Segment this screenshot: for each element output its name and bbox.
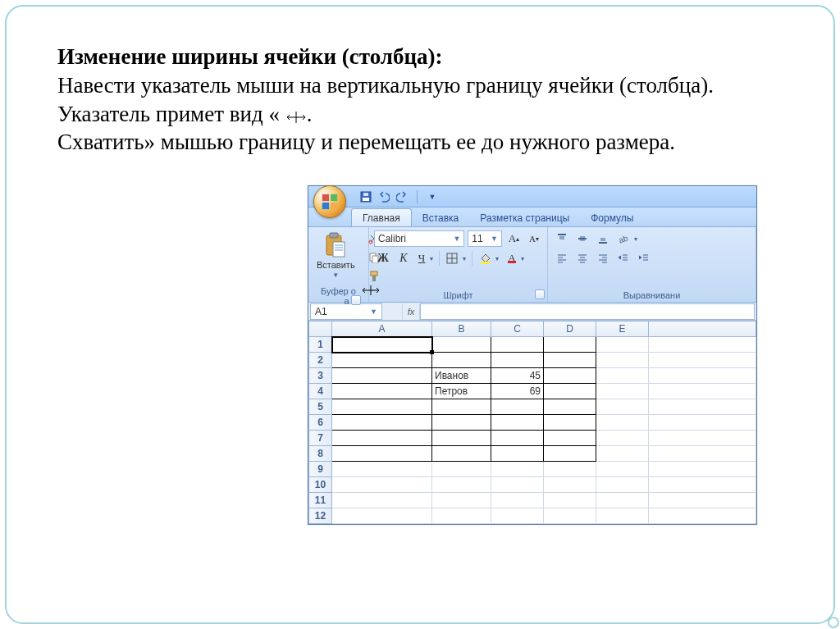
svg-rect-8 [363, 193, 368, 196]
tab-home[interactable]: Главная [351, 208, 412, 226]
row-header[interactable]: 12 [309, 508, 332, 524]
svg-rect-5 [331, 202, 337, 208]
cell[interactable] [544, 337, 596, 353]
cell[interactable] [332, 337, 432, 353]
row-header[interactable]: 6 [309, 415, 332, 431]
bucket-icon [479, 253, 491, 264]
align-top-icon [556, 233, 568, 244]
cell[interactable] [491, 337, 544, 353]
row-header[interactable]: 2 [309, 353, 332, 368]
corner-ornament [828, 617, 839, 628]
cell[interactable]: 69 [491, 384, 544, 399]
row-header[interactable]: 11 [309, 493, 332, 508]
font-size-combo[interactable]: 11▼ [468, 230, 501, 247]
align-bottom-button[interactable] [594, 230, 612, 247]
paste-button[interactable]: Вставить ▼ [313, 230, 358, 285]
decrease-indent-button[interactable] [614, 250, 632, 267]
col-header-d[interactable]: D [544, 321, 596, 337]
qat-dropdown-icon[interactable]: ▼ [426, 190, 439, 203]
clipboard-group: Вставить ▼ Буфер о а [308, 227, 369, 302]
align-top-button[interactable] [553, 230, 571, 247]
tab-page-layout[interactable]: Разметка страницы [469, 209, 580, 226]
row-header[interactable]: 5 [309, 399, 332, 415]
font-group: Calibri▼ 11▼ A▴ A▾ Ж К Ч A Шрифт [369, 227, 548, 302]
undo-icon[interactable] [377, 190, 390, 203]
para-2: Схватить» мышью границу и перемещать ее … [57, 130, 675, 154]
row-header[interactable]: 10 [309, 477, 332, 493]
fill-color-button[interactable] [476, 250, 501, 267]
row-header[interactable]: 9 [309, 462, 332, 477]
cell[interactable]: Петров [432, 384, 491, 399]
bold-button[interactable]: Ж [374, 250, 392, 267]
worksheet-grid[interactable]: A B C D E 1 2 3 [308, 321, 756, 524]
row-header[interactable]: 3 [309, 368, 332, 384]
save-icon[interactable] [359, 190, 372, 203]
cell[interactable] [596, 337, 649, 353]
row-header[interactable]: 4 [309, 384, 332, 399]
tab-formulas[interactable]: Формулы [580, 209, 644, 226]
alignment-group-label: Выравнивани [553, 289, 751, 302]
redo-icon[interactable] [395, 190, 409, 203]
quick-access-toolbar: ▼ [308, 186, 756, 207]
paste-label: Вставить [317, 260, 355, 270]
align-right-button[interactable] [594, 250, 612, 267]
underline-button[interactable]: Ч [415, 250, 436, 267]
svg-rect-2 [322, 194, 329, 200]
col-header-e[interactable]: E [596, 321, 649, 337]
outdent-icon [618, 253, 629, 264]
row-header[interactable]: 8 [309, 446, 332, 462]
font-name-combo[interactable]: Calibri▼ [374, 230, 464, 247]
svg-rect-11 [333, 242, 345, 257]
grow-font-button[interactable]: A▴ [505, 230, 523, 247]
col-header-c[interactable]: C [491, 321, 544, 337]
paste-icon [324, 232, 347, 258]
select-all-corner[interactable] [309, 321, 332, 337]
font-dialog-launcher[interactable] [535, 289, 545, 299]
orientation-button[interactable]: ab [614, 230, 640, 247]
italic-button[interactable]: К [395, 250, 412, 267]
indent-icon [638, 253, 650, 264]
font-color-button[interactable]: A [504, 250, 526, 267]
svg-rect-10 [330, 233, 338, 238]
border-icon [446, 253, 458, 264]
align-center-button[interactable] [573, 250, 591, 267]
row-header[interactable]: 7 [309, 431, 332, 446]
ribbon-tabs: Главная Вставка Разметка страницы Формул… [308, 207, 756, 227]
office-button[interactable] [313, 185, 346, 218]
cell[interactable] [432, 337, 491, 353]
svg-rect-26 [481, 262, 490, 264]
svg-rect-4 [322, 202, 329, 208]
formula-bar: A1▼ fx [308, 303, 756, 321]
alignment-group: ab Выравнивани [548, 227, 756, 302]
col-header-a[interactable]: A [332, 321, 432, 337]
align-middle-button[interactable] [573, 230, 591, 247]
office-logo-icon [321, 193, 339, 211]
col-header-blank[interactable] [649, 321, 756, 337]
tab-insert[interactable]: Вставка [412, 209, 470, 226]
clipboard-dialog-launcher[interactable] [351, 295, 361, 305]
svg-rect-7 [363, 198, 369, 201]
svg-rect-3 [331, 194, 337, 200]
cell[interactable]: 45 [491, 368, 544, 384]
borders-button[interactable] [443, 250, 468, 267]
increase-indent-button[interactable] [635, 250, 653, 267]
body-paragraph: Навести указатель мыши на вертикальную г… [57, 71, 783, 157]
font-group-label: Шрифт [374, 289, 542, 302]
heading: Изменение ширины ячейки (столбца): [57, 44, 783, 70]
col-header-b[interactable]: B [432, 321, 491, 337]
excel-screenshot: ▼ Главная Вставка Разметка страницы Форм… [308, 185, 757, 525]
align-left-button[interactable] [553, 250, 571, 267]
shrink-font-button[interactable]: A▾ [526, 230, 542, 247]
fx-icon[interactable]: fx [402, 303, 420, 320]
orientation-icon: ab [618, 233, 629, 244]
svg-rect-27 [508, 261, 516, 263]
cell[interactable]: Иванов [432, 368, 491, 384]
svg-text:ab: ab [618, 233, 629, 244]
resize-cursor-icon [285, 111, 307, 124]
clipboard-group-label: Буфер о а [313, 285, 363, 308]
row-header[interactable]: 1 [309, 337, 332, 353]
formula-input[interactable] [420, 303, 755, 320]
para-1: Навести указатель мыши на вертикальную г… [57, 73, 714, 126]
ribbon: Вставить ▼ Буфер о а [308, 227, 756, 303]
